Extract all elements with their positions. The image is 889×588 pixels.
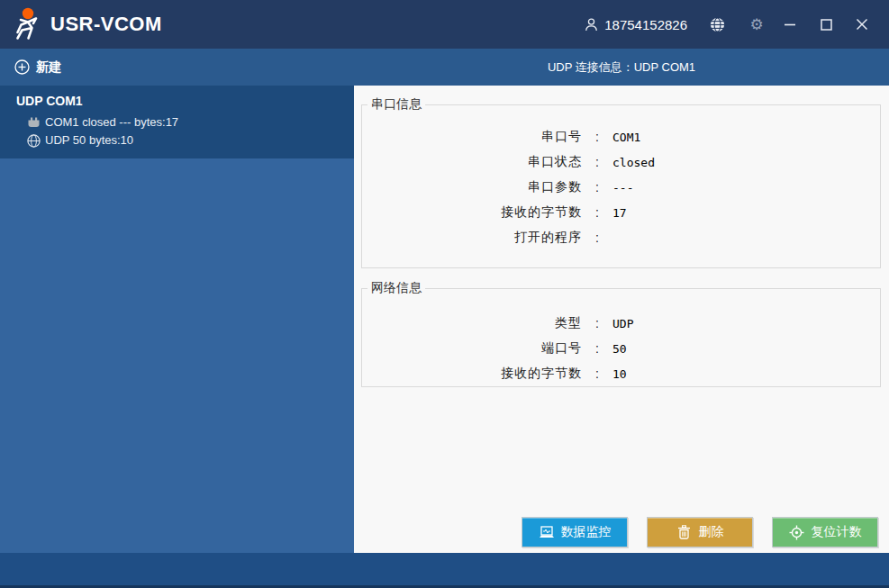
minimize-button[interactable]	[772, 11, 808, 38]
detail-panel: 串口信息 串口号 : COM1 串口状态 : closed 串口参数 : ---	[354, 86, 889, 553]
serial-connector-icon	[26, 116, 41, 129]
serial-state-value: closed	[612, 156, 655, 169]
serial-port-value: COM1	[612, 131, 640, 144]
connection-serial-row: COM1 closed --- bytes:17	[16, 113, 343, 131]
serial-info-section: 串口信息 串口号 : COM1 串口状态 : closed 串口参数 : ---	[361, 96, 881, 268]
network-type-value: UDP	[612, 317, 633, 330]
network-info-section: 网络信息 类型 : UDP 端口号 : 50 接收的字节数 : 10	[361, 280, 881, 387]
user-account[interactable]: 18754152826	[584, 17, 687, 32]
reset-count-button[interactable]: 复位计数	[772, 517, 878, 547]
serial-row-params: 串口参数 : ---	[362, 175, 880, 200]
delete-label: 删除	[699, 524, 724, 540]
connection-serial-status: COM1 closed --- bytes:17	[45, 113, 178, 131]
connection-network-status: UDP 50 bytes:10	[45, 131, 133, 149]
connection-info-text: UDP 连接信息：UDP COM1	[354, 59, 889, 76]
statusbar	[0, 553, 889, 588]
new-connection-button[interactable]: 新建	[14, 59, 61, 76]
connection-list-item-selected[interactable]: UDP COM1 COM1 closed --- bytes:17	[0, 86, 354, 158]
action-buttons: 数据监控 删除	[522, 517, 878, 547]
close-button[interactable]	[844, 11, 880, 38]
network-row-port: 端口号 : 50	[362, 336, 880, 361]
navbar: 新建 UDP 连接信息：UDP COM1	[0, 49, 889, 86]
connection-title: UDP COM1	[16, 94, 343, 108]
serial-row-state: 串口状态 : closed	[362, 149, 880, 175]
connection-list-sidebar: UDP COM1 COM1 closed --- bytes:17	[0, 86, 354, 553]
laptop-pulse-icon	[539, 525, 555, 539]
language-globe-icon[interactable]	[702, 11, 732, 38]
usr-logo-icon	[7, 5, 45, 44]
network-row-bytes: 接收的字节数 : 10	[362, 361, 880, 386]
data-monitor-button[interactable]: 数据监控	[522, 517, 628, 547]
network-port-value: 50	[612, 342, 627, 356]
app-title: USR-VCOM	[50, 13, 162, 36]
connection-network-row: UDP 50 bytes:10	[16, 131, 343, 149]
serial-params-value: ---	[612, 181, 633, 194]
serial-bytes-value: 17	[612, 206, 627, 220]
titlebar: USR-VCOM 18754152826 ⚙	[0, 0, 889, 49]
serial-row-bytes: 接收的字节数 : 17	[362, 200, 880, 225]
trash-icon	[676, 525, 693, 539]
reset-count-label: 复位计数	[812, 524, 862, 540]
settings-gear-icon[interactable]: ⚙	[741, 11, 772, 38]
maximize-button[interactable]	[808, 11, 844, 38]
network-row-type: 类型 : UDP	[362, 311, 880, 336]
user-phone: 18754152826	[604, 17, 687, 32]
delete-button[interactable]: 删除	[647, 517, 753, 547]
serial-info-title: 串口信息	[367, 96, 425, 113]
network-bytes-value: 10	[612, 367, 627, 381]
serial-row-port: 串口号 : COM1	[362, 124, 880, 149]
circle-plus-icon	[14, 59, 30, 75]
network-info-title: 网络信息	[367, 280, 425, 296]
serial-row-program: 打开的程序 :	[362, 225, 880, 250]
new-connection-label: 新建	[36, 59, 61, 76]
user-icon	[584, 17, 599, 32]
globe-icon	[26, 134, 41, 147]
crosshair-target-icon	[789, 525, 805, 539]
data-monitor-label: 数据监控	[561, 524, 612, 540]
